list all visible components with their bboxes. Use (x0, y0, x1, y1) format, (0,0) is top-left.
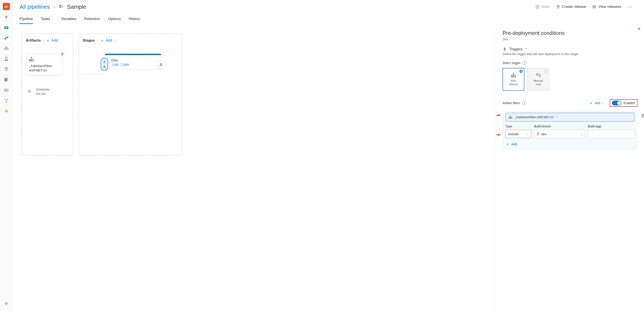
svg-rect-11 (4, 89, 8, 91)
svg-point-39 (537, 132, 538, 133)
svg-point-24 (592, 8, 593, 8)
add-stage-button[interactable]: ＋ Add ⌄ (100, 38, 116, 43)
nav-taskgroups-icon[interactable] (2, 86, 11, 94)
svg-rect-13 (7, 99, 8, 100)
type-select[interactable]: Include ⌄ (506, 130, 531, 138)
nav-deployment-groups-icon[interactable] (2, 96, 11, 105)
artifacts-heading: Artifacts (26, 38, 41, 43)
pipeline-canvas: Artifacts | ＋ Add (13, 24, 496, 311)
nav-overview-icon[interactable] (2, 23, 11, 32)
tab-retention[interactable]: Retention (84, 14, 100, 24)
add-artifact-label: Add (51, 38, 58, 43)
panel-subtitle: Dev (502, 37, 638, 41)
clock-icon (26, 88, 33, 95)
branch-select[interactable]: dev ⌄ (534, 130, 585, 138)
tab-pipeline[interactable]: Pipeline (20, 14, 33, 24)
svg-rect-27 (32, 60, 32, 60)
settings-gear-icon[interactable] (2, 299, 11, 308)
tab-tasks[interactable]: Tasks⌄ (41, 14, 54, 24)
plus-icon: ＋ (506, 142, 510, 146)
info-icon[interactable]: i (522, 101, 526, 105)
svg-rect-33 (513, 76, 514, 76)
add-artifact-button[interactable]: ＋ Add (46, 38, 58, 43)
pre-deployment-conditions-button[interactable] (101, 58, 108, 71)
artifact-filters-body: _FabrikamFiber-ASP.NET-CI ⌃ Type Build b… (502, 111, 638, 150)
trigger-manual-only[interactable]: Manual only (528, 68, 549, 91)
svg-point-29 (104, 65, 105, 67)
enabled-label: Enabled (624, 101, 635, 105)
add-filter-button[interactable]: ＋ Add ⌄ (589, 101, 604, 105)
tab-history[interactable]: History (128, 14, 140, 24)
svg-point-15 (6, 303, 7, 304)
stage-card[interactable]: Dev 1 job, 1 task (104, 53, 161, 69)
artifact-filter-item[interactable]: _FabrikamFiber-ASP.NET-CI ⌃ (506, 113, 634, 121)
nav-pipelines-icon[interactable] (2, 33, 11, 42)
view-releases-label: View releases (598, 4, 621, 9)
artifact-card[interactable]: _FabrikamFiber-ASP.NET-CI (26, 53, 63, 76)
triggers-description: Define the trigger that will start deplo… (502, 52, 638, 56)
branch-value: dev (541, 132, 546, 136)
svg-point-40 (537, 135, 538, 135)
enabled-toggle[interactable] (612, 101, 622, 105)
stage-tasks-link[interactable]: 1 job, 1 task (111, 62, 129, 66)
stages-heading: Stages (83, 38, 95, 43)
svg-rect-2 (6, 27, 7, 28)
more-actions-button[interactable]: ⋯ (628, 4, 633, 9)
tab-variables[interactable]: Variables (61, 14, 76, 24)
nav-security-icon[interactable] (2, 107, 11, 115)
delete-filter-button[interactable] (642, 114, 644, 118)
breadcrumb-root-link[interactable]: All pipelines (20, 3, 50, 10)
svg-rect-1 (5, 27, 6, 28)
save-label: Save (541, 4, 550, 9)
add-filter-row-button[interactable]: ＋ Add (506, 142, 634, 146)
svg-rect-26 (30, 60, 31, 60)
svg-rect-12 (5, 99, 6, 100)
org-initials: AS (3, 3, 10, 10)
artifact-filter-name: _FabrikamFiber-ASP.NET-CI (514, 115, 554, 119)
pipeline-title: Sample (67, 3, 86, 10)
artifact-filters-label: Artifact filters (502, 101, 520, 105)
add-row-label: Add (511, 142, 517, 146)
trigger-icon (502, 47, 507, 51)
tab-options[interactable]: Options (108, 14, 121, 24)
build-source-icon (508, 115, 512, 119)
radio-icon (544, 69, 548, 72)
plus-icon: ＋ (100, 38, 104, 42)
type-value: Include (508, 132, 518, 136)
add-stage-label: Add (106, 38, 112, 43)
triggers-section-header[interactable]: Triggers ⌃ (502, 47, 638, 51)
nav-environments-icon[interactable] (2, 54, 11, 63)
svg-rect-32 (512, 76, 513, 76)
column-type-label: Type (506, 125, 531, 128)
svg-rect-10 (6, 78, 8, 81)
add-filter-label: Add (595, 101, 600, 105)
new-item-button[interactable] (2, 13, 11, 21)
trigger-after-release[interactable]: After release (502, 68, 524, 91)
tags-input[interactable] (588, 130, 634, 138)
schedule-status[interactable]: Schedule not set (26, 87, 69, 96)
panel-title: Pre-deployment conditions (502, 30, 638, 36)
triggers-heading: Triggers (509, 47, 522, 51)
svg-point-21 (558, 6, 558, 7)
org-logo[interactable]: AS (2, 2, 11, 11)
nav-releases-icon[interactable] (2, 65, 11, 74)
chevron-up-icon: ⌃ (525, 47, 528, 51)
artifact-trigger-badge[interactable] (58, 50, 66, 58)
enabled-toggle-highlight: Enabled (610, 99, 638, 107)
breadcrumb-separator: › (54, 4, 55, 9)
close-panel-button[interactable]: ✕ (637, 26, 641, 31)
nav-library-icon[interactable] (2, 75, 11, 84)
artifacts-column: Artifacts | ＋ Add (21, 33, 73, 155)
create-release-button[interactable]: Create release (556, 4, 586, 9)
nav-builds-icon[interactable] (2, 44, 11, 53)
trigger-manual-label-2: only (534, 82, 543, 86)
svg-rect-18 (536, 5, 539, 8)
stages-column: Stages | ＋ Add ⌄ (78, 33, 182, 155)
info-icon[interactable]: i (522, 61, 526, 65)
view-releases-button[interactable]: View releases (592, 4, 621, 9)
post-deployment-conditions-button[interactable] (157, 60, 166, 69)
radio-selected-icon (520, 70, 522, 73)
svg-rect-37 (510, 118, 510, 118)
divider: | (97, 38, 98, 43)
chevron-down-icon: ⌄ (580, 132, 582, 135)
